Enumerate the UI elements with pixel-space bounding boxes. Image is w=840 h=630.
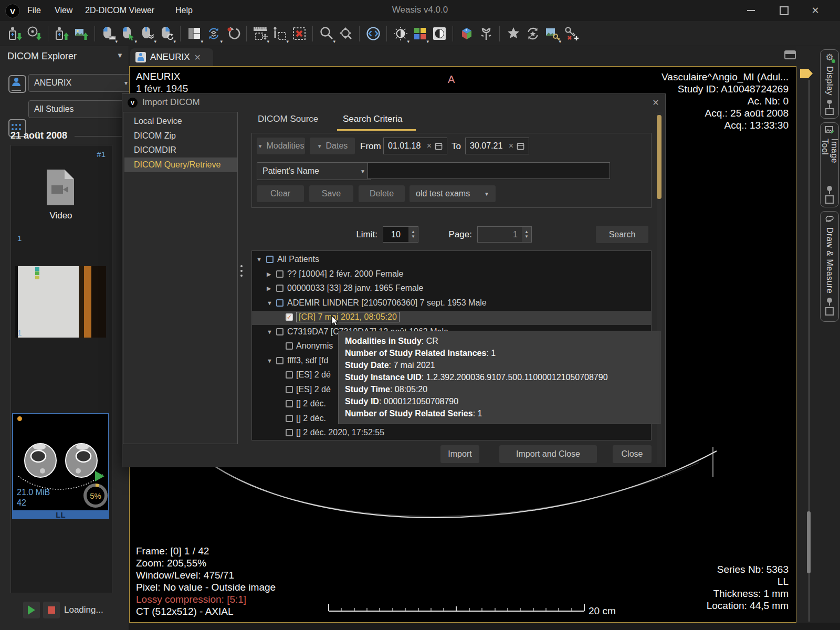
pin-icon[interactable] xyxy=(827,298,832,303)
panel-toggle-icon[interactable] xyxy=(784,50,796,59)
source-local-device[interactable]: Local Device xyxy=(124,114,237,129)
key-image-icon[interactable]: ▾ xyxy=(542,24,562,44)
checkbox[interactable] xyxy=(286,371,293,379)
to-date-input[interactable] xyxy=(470,141,506,151)
clear-date-icon[interactable]: × xyxy=(427,141,432,151)
mouse-middle-series-icon[interactable]: ▾ xyxy=(138,24,157,44)
import-cd-icon[interactable] xyxy=(25,24,44,44)
expander-closed-icon[interactable]: ▶ xyxy=(267,271,271,278)
detach-icon[interactable] xyxy=(825,307,834,316)
from-date-field[interactable]: × xyxy=(383,138,447,154)
mouse-left-context-icon[interactable]: ▾ xyxy=(118,24,138,44)
expander-open-icon[interactable]: ▼ xyxy=(267,358,272,364)
checkbox[interactable] xyxy=(276,270,284,278)
stop-button[interactable] xyxy=(43,602,60,618)
tree-row[interactable]: ▼ All Patients xyxy=(252,253,651,267)
search-value-field[interactable] xyxy=(368,162,610,179)
expander-open-icon[interactable]: ▼ xyxy=(267,300,272,306)
tab-image-tool[interactable]: Image Tool xyxy=(820,122,839,207)
page-spinner[interactable]: 1 ▲▼ xyxy=(477,226,532,243)
invert-lut-icon[interactable] xyxy=(429,24,449,44)
limit-spinner[interactable]: 10 ▲▼ xyxy=(383,226,418,243)
calendar-picker-icon[interactable] xyxy=(517,142,524,150)
tab-search-criteria[interactable]: Search Criteria xyxy=(343,114,402,124)
import-and-close-button[interactable]: Import and Close xyxy=(499,445,597,463)
measure-selection-icon[interactable]: ▾ xyxy=(250,24,270,44)
import-button[interactable]: Import xyxy=(440,445,479,463)
tab-draw-measure[interactable]: Draw & Measure xyxy=(820,211,839,322)
spinner-down-icon[interactable]: ▼ xyxy=(411,235,415,239)
source-dicom-zip[interactable]: DICOM Zip xyxy=(124,129,237,143)
search-field-select[interactable]: Patient's Name ▼ xyxy=(257,162,371,180)
lut-icon[interactable]: ▾ xyxy=(410,24,429,44)
mouse-right-rotate-icon[interactable]: ▾ xyxy=(157,24,176,44)
checkbox[interactable] xyxy=(286,342,293,350)
checkbox[interactable] xyxy=(266,256,274,263)
checkbox[interactable] xyxy=(286,429,293,436)
thumbnail-photo[interactable]: 1 xyxy=(12,253,110,359)
volume-3d-icon[interactable] xyxy=(457,24,476,44)
clear-button[interactable]: Clear xyxy=(257,185,304,202)
from-date-input[interactable] xyxy=(388,141,424,151)
pin-icon[interactable] xyxy=(827,100,832,104)
prune-icon[interactable] xyxy=(476,24,496,44)
clear-date-icon[interactable]: × xyxy=(509,141,513,151)
export-image-icon[interactable] xyxy=(71,24,91,44)
save-button[interactable]: Save xyxy=(309,185,353,202)
viewer-tab-aneurix[interactable]: ANEURIX ✕ xyxy=(130,48,213,66)
tree-row-selected[interactable]: ✓ [CR] 7 mai 2021, 08:05:20 xyxy=(252,311,651,325)
play-button[interactable] xyxy=(23,602,40,618)
tree-row[interactable]: ▶ ?? [10004] 2 févr. 2000 Female xyxy=(252,268,651,282)
saved-searches-select[interactable]: old test exams ▼ xyxy=(410,185,496,202)
cine-synch-icon[interactable] xyxy=(523,24,542,44)
delete-button[interactable]: Delete xyxy=(359,185,405,202)
tree-row[interactable]: ▼ ADEMIR LINDNER [21050706360] 7 sept. 1… xyxy=(252,297,651,311)
explorer-menu-icon[interactable]: ▼ xyxy=(117,51,123,59)
export-dicom-icon[interactable] xyxy=(52,24,71,44)
delete-measurements-icon[interactable] xyxy=(289,24,309,44)
dialog-scrollbar-thumb[interactable] xyxy=(657,115,662,199)
dates-button[interactable]: ▼ Dates xyxy=(310,138,355,154)
close-tab-icon[interactable]: ✕ xyxy=(194,52,201,62)
expander-open-icon[interactable]: ▼ xyxy=(267,329,272,335)
study-select[interactable]: All Studies ▼ xyxy=(28,100,134,118)
viewer-scrollbar-thumb[interactable] xyxy=(807,511,811,573)
reset-icon[interactable] xyxy=(223,24,243,44)
annotation-selection-icon[interactable]: ▾ xyxy=(270,24,289,44)
close-button[interactable]: Close xyxy=(613,445,652,463)
splitter-handle[interactable] xyxy=(240,262,243,280)
tab-dicom-source[interactable]: DICOM Source xyxy=(258,114,318,124)
thumbnail-ct-selected[interactable]: 21.0 MiB 42 5% LL xyxy=(12,413,109,518)
search-value-input[interactable] xyxy=(372,166,605,175)
spinner-down-icon[interactable]: ▼ xyxy=(524,235,529,239)
modalities-button[interactable]: ▼ Modalities xyxy=(257,138,305,154)
search-button[interactable]: Search xyxy=(596,226,648,243)
zoom-icon[interactable]: ▾ xyxy=(317,24,336,44)
checkbox[interactable] xyxy=(286,386,293,393)
synch-icon[interactable]: ▾ xyxy=(204,24,223,44)
source-dicom-query-retrieve[interactable]: DICOM Query/Retrieve xyxy=(124,158,237,172)
checkbox[interactable] xyxy=(276,285,284,292)
tab-display[interactable]: ⚙ Display xyxy=(820,49,839,119)
checkbox[interactable] xyxy=(276,328,284,335)
detach-icon[interactable] xyxy=(825,195,834,204)
checkbox[interactable] xyxy=(286,400,293,407)
source-dicomdir[interactable]: DICOMDIR xyxy=(124,143,237,158)
calendar-picker-icon[interactable] xyxy=(435,142,443,150)
pan-icon[interactable] xyxy=(336,24,355,44)
expander-open-icon[interactable]: ▼ xyxy=(256,256,262,262)
tree-row[interactable]: ▶ 00000033 [33] 28 janv. 1965 Female xyxy=(252,282,651,296)
close-dialog-icon[interactable]: ✕ xyxy=(649,96,662,109)
checkbox[interactable] xyxy=(286,415,293,422)
mouse-left-measure-icon[interactable]: ▾ xyxy=(99,24,118,44)
thumbnail-video[interactable]: #1 Video 1 xyxy=(12,149,110,249)
window-level-icon[interactable]: ▾ xyxy=(391,24,410,44)
maximize-button[interactable] xyxy=(776,4,792,17)
key-object-star-icon[interactable] xyxy=(503,24,523,44)
checkbox[interactable] xyxy=(276,299,284,307)
patient-select[interactable]: ANEURIX ▼ xyxy=(28,74,134,92)
to-date-field[interactable]: × xyxy=(465,138,529,154)
crosshair-synch-icon[interactable] xyxy=(363,24,383,44)
close-window-button[interactable]: ✕ xyxy=(807,4,823,17)
minimize-button[interactable] xyxy=(743,4,759,17)
